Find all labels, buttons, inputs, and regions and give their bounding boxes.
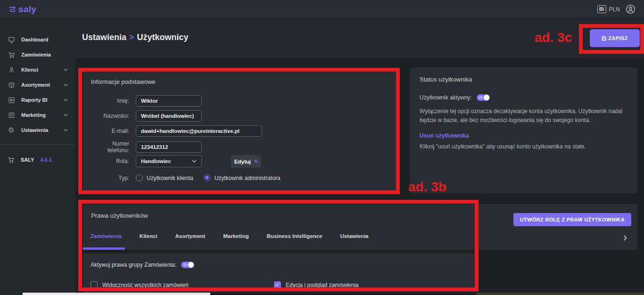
pencil-icon: ✎ bbox=[253, 158, 258, 165]
app-logo[interactable]: saly bbox=[8, 4, 36, 15]
checkbox-edit-view-order[interactable]: ✓ Edycja i podgląd zamówienia bbox=[274, 281, 359, 288]
last-name-label: Nazwisko: bbox=[91, 113, 136, 119]
tab-business-intelligence[interactable]: Business Intelligence bbox=[267, 233, 322, 239]
tab-ustawienia[interactable]: Ustawienia bbox=[340, 233, 368, 239]
horizontal-scrollbar-thumb[interactable] bbox=[23, 293, 210, 295]
sidebar-item-marketing[interactable]: Marketing bbox=[0, 107, 75, 123]
checkbox-checked-icon: ✓ bbox=[274, 281, 281, 288]
user-permissions-panel: Prawa użytkowników Zamówienia Klienci As… bbox=[83, 204, 637, 250]
breadcrumb-separator: > bbox=[126, 33, 137, 42]
floppy-icon bbox=[602, 36, 607, 41]
activate-group-toggle[interactable] bbox=[181, 262, 194, 268]
chevron-down-icon bbox=[64, 68, 68, 71]
bi-icon: Bi bbox=[8, 97, 15, 104]
cart-logo-icon bbox=[8, 5, 17, 14]
sidebar-version: SALY 4.0.1 bbox=[0, 152, 75, 167]
email-label: E-mail: bbox=[91, 128, 136, 134]
type-label: Typ: bbox=[91, 175, 136, 181]
radio-icon bbox=[136, 174, 143, 181]
sidebar-item-dashboard[interactable]: Dashboard bbox=[0, 32, 75, 47]
top-bar: saly Bi PLN bbox=[0, 0, 644, 19]
tab-zamowienia[interactable]: Zamówienia bbox=[91, 233, 122, 239]
deactivate-description: Wyłączenie tej opcji oznacza dezaktywacj… bbox=[420, 107, 633, 124]
checkbox-label: Edycja i podgląd zamówienia bbox=[286, 282, 359, 288]
sidebar-item-label: Raporty BI bbox=[21, 97, 48, 103]
user-active-toggle[interactable] bbox=[477, 94, 490, 101]
sidebar-divider bbox=[0, 144, 75, 145]
radio-user-client[interactable]: Użytkownik klienta bbox=[136, 174, 193, 181]
tab-klienci[interactable]: Klienci bbox=[140, 233, 157, 239]
currency-label: PLN bbox=[609, 6, 620, 13]
email-input[interactable] bbox=[136, 125, 262, 137]
breadcrumb: Ustawienia>Użytkownicy bbox=[82, 33, 189, 42]
cart-icon bbox=[8, 51, 15, 58]
activate-group-label: Aktywuj prawa grupy Zamówienia: bbox=[91, 262, 176, 268]
permissions-title: Prawa użytkowników bbox=[91, 212, 148, 219]
bi-flag-icon: Bi bbox=[597, 5, 606, 13]
gear-icon: ⚙ bbox=[8, 127, 15, 134]
tab-marketing[interactable]: Marketing bbox=[223, 233, 248, 239]
radio-selected-icon bbox=[204, 174, 211, 181]
save-button[interactable]: ZAPISZ bbox=[590, 29, 640, 47]
sidebar-item-label: Marketing bbox=[21, 112, 46, 118]
sidebar-item-label: Klienci bbox=[21, 67, 38, 73]
checkbox-visibility-all-orders[interactable]: Widoczność wszystkich zamówień bbox=[91, 281, 189, 288]
role-label: Rola: bbox=[91, 158, 136, 164]
chevron-down-icon bbox=[64, 114, 68, 116]
document-icon bbox=[8, 112, 15, 119]
edit-role-button[interactable]: Edytuj ✎ bbox=[231, 155, 261, 168]
edit-role-label: Edytuj bbox=[234, 159, 251, 164]
save-button-label: ZAPISZ bbox=[608, 35, 628, 41]
chevron-down-icon bbox=[64, 129, 68, 131]
first-name-input[interactable] bbox=[136, 95, 202, 107]
package-icon bbox=[8, 82, 15, 89]
basic-info-title: Informacje podstawowe bbox=[91, 78, 156, 85]
role-select-value: Handlowiec bbox=[141, 158, 171, 164]
create-role-button[interactable]: UTWÓRZ ROLĘ Z PRAW UŻYTKOWNIKA bbox=[513, 213, 631, 226]
page-header: Ustawienia>Użytkownicy ZAPISZ bbox=[75, 19, 644, 58]
tab-asortyment[interactable]: Asortyment bbox=[175, 233, 206, 239]
sidebar-item-label: Ustawienia bbox=[21, 127, 48, 133]
permissions-tab-content: Aktywuj prawa grupy Zamówienia: Widoczno… bbox=[83, 254, 476, 295]
app-name: SALY bbox=[21, 157, 34, 163]
sidebar-item-zamowienia[interactable]: Zamówienia bbox=[0, 47, 75, 62]
sidebar-item-asortyment[interactable]: Asortyment bbox=[0, 77, 75, 92]
chevron-down-icon bbox=[64, 98, 68, 101]
radio-label: Użytkownik klienta bbox=[147, 175, 193, 181]
permissions-tabs: Zamówienia Klienci Asortyment Marketing … bbox=[91, 233, 368, 239]
cart-icon bbox=[8, 156, 15, 164]
currency-selector[interactable]: Bi PLN bbox=[597, 5, 620, 13]
user-status-panel: Status użytkownika Użytkownik aktywny: W… bbox=[410, 67, 637, 193]
checkbox-label: Widoczność wszystkich zamówień bbox=[102, 282, 189, 288]
app-logo-text: saly bbox=[18, 4, 36, 15]
checkbox-unchecked-icon bbox=[91, 281, 98, 288]
radio-label: Użytkownik administratora bbox=[215, 175, 281, 181]
sidebar-item-klienci[interactable]: Klienci bbox=[0, 62, 75, 77]
phone-input[interactable] bbox=[136, 141, 202, 153]
horizontal-scrollbar-track bbox=[210, 293, 476, 295]
sidebar-item-label: Asortyment bbox=[21, 82, 50, 88]
monitor-icon bbox=[8, 36, 15, 43]
radio-user-admin[interactable]: Użytkownik administratora bbox=[204, 174, 281, 181]
sidebar-item-label: Zamówienia bbox=[21, 52, 51, 57]
sidebar-item-raporty-bi[interactable]: Bi Raporty BI bbox=[0, 92, 75, 107]
phone-label: Numer telefonu: bbox=[91, 140, 136, 154]
user-active-label: Użytkownik aktywny: bbox=[420, 94, 472, 101]
chevron-down-icon bbox=[192, 160, 197, 163]
breadcrumb-parent[interactable]: Ustawienia bbox=[82, 33, 126, 42]
sidebar-item-ustawienia[interactable]: ⚙ Ustawienia bbox=[0, 123, 75, 138]
bottom-edge-strip bbox=[476, 293, 644, 295]
active-tab-indicator bbox=[83, 247, 125, 250]
page-title: Użytkownicy bbox=[137, 33, 189, 42]
app-version: 4.0.1 bbox=[40, 157, 51, 163]
user-account-icon[interactable] bbox=[626, 4, 636, 14]
basic-info-panel: Informacje podstawowe Imię: Nazwisko: E-… bbox=[83, 72, 396, 191]
user-status-title: Status użytkownika bbox=[420, 76, 628, 83]
sidebar: Dashboard Zamówienia Klienci Asortyment bbox=[0, 19, 75, 295]
delete-user-link[interactable]: Usuń użytkownika bbox=[420, 132, 628, 139]
chevron-right-icon[interactable] bbox=[623, 235, 627, 241]
role-select[interactable]: Handlowiec bbox=[136, 155, 202, 167]
sidebar-item-label: Dashboard bbox=[21, 37, 48, 42]
last-name-input[interactable] bbox=[136, 110, 202, 122]
first-name-label: Imię: bbox=[91, 98, 136, 104]
